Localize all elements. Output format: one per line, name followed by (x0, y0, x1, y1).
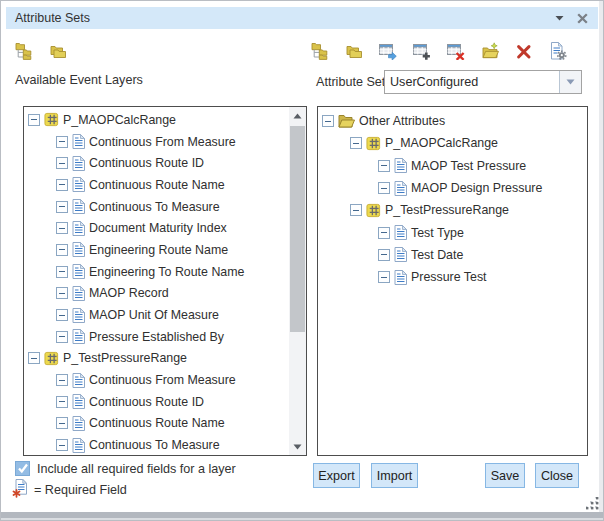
include-required-label: Include all required fields for a layer (37, 462, 236, 476)
tree-item[interactable]: MAOP Test Pressure (318, 155, 587, 177)
collapse-toggle-icon[interactable] (322, 115, 334, 127)
field-icon (72, 134, 85, 149)
tree-item[interactable]: Continuous From Measure (24, 131, 289, 153)
close-icon[interactable] (574, 10, 590, 26)
tree-item[interactable]: Continuous Route ID (24, 391, 289, 413)
collapse-all-icon[interactable] (345, 42, 363, 60)
field-icon (72, 199, 85, 214)
titlebar[interactable]: Attribute Sets (6, 7, 598, 29)
collapse-toggle-icon[interactable] (378, 271, 390, 283)
include-required-checkbox[interactable] (15, 461, 30, 476)
attribute-set-tree: Other AttributesP_MAOPCalcRangeMAOP Test… (318, 107, 587, 455)
scroll-up-icon[interactable] (289, 107, 306, 124)
tree-item-label: P_TestPressureRange (385, 203, 509, 217)
tree-item-label: MAOP Test Pressure (411, 159, 526, 173)
collapse-toggle-icon[interactable] (56, 439, 68, 451)
tree-item[interactable]: MAOP Unit Of Measure (24, 304, 289, 326)
dialog-title: Attribute Sets (15, 11, 551, 25)
field-icon (394, 225, 407, 240)
scroll-down-icon[interactable] (289, 438, 306, 455)
attribute-set-dropdown[interactable]: UserConfigured (384, 70, 582, 94)
tree-item[interactable]: Pressure Test (318, 266, 587, 288)
field-icon (394, 270, 407, 285)
tree-item[interactable]: Continuous Route Name (24, 174, 289, 196)
collapse-toggle-icon[interactable] (56, 266, 68, 278)
dropdown-arrow-icon[interactable] (559, 71, 581, 93)
tree-item-label: P_TestPressureRange (63, 351, 187, 365)
collapse-toggle-icon[interactable] (56, 287, 68, 299)
collapse-toggle-icon[interactable] (56, 374, 68, 386)
collapse-toggle-icon[interactable] (28, 114, 40, 126)
field-icon (72, 438, 85, 453)
tree-item[interactable]: Continuous To Measure (24, 196, 289, 218)
expand-all-icon[interactable] (311, 42, 329, 60)
collapse-toggle-icon[interactable] (378, 249, 390, 261)
tree-item[interactable]: MAOP Record (24, 283, 289, 305)
tree-item-label: Pressure Established By (89, 330, 224, 344)
tree-item[interactable]: Continuous Route Name (24, 413, 289, 435)
new-group-icon[interactable] (481, 42, 499, 60)
delete-attribute-set-icon[interactable] (447, 42, 465, 60)
tree-item-label: MAOP Record (89, 286, 169, 300)
import-button[interactable]: Import (371, 463, 418, 488)
tree-item-label: Engineering To Route Name (89, 265, 244, 279)
export-button[interactable]: Export (313, 463, 360, 488)
attribute-sets-dialog: Attribute Sets Available Event Layers At… (0, 0, 604, 521)
attribute-set-properties-icon[interactable] (549, 42, 567, 60)
collapse-toggle-icon[interactable] (56, 157, 68, 169)
close-button[interactable]: Close (535, 463, 579, 488)
tree-item[interactable]: P_MAOPCalcRange (24, 109, 289, 131)
save-button[interactable]: Save (485, 463, 525, 488)
collapse-toggle-icon[interactable] (378, 160, 390, 172)
collapse-toggle-icon[interactable] (378, 227, 390, 239)
expand-all-icon[interactable] (15, 42, 33, 60)
tree-item[interactable]: Other Attributes (318, 110, 587, 132)
collapse-toggle-icon[interactable] (56, 244, 68, 256)
tree-item[interactable]: P_TestPressureRange (318, 199, 587, 221)
field-icon (394, 247, 407, 262)
tree-item[interactable]: Pressure Established By (24, 326, 289, 348)
field-icon (72, 156, 85, 171)
tree-item[interactable]: Continuous From Measure (24, 369, 289, 391)
new-attribute-set-icon[interactable] (413, 42, 431, 60)
tree-item-label: Continuous To Measure (89, 200, 220, 214)
tree-item-label: MAOP Design Pressure (411, 181, 542, 195)
tree-item[interactable]: Continuous To Measure (24, 434, 289, 455)
tree-item-label: P_MAOPCalcRange (63, 113, 176, 127)
collapse-toggle-icon[interactable] (378, 182, 390, 194)
collapse-toggle-icon[interactable] (56, 331, 68, 343)
tree-item[interactable]: Engineering Route Name (24, 239, 289, 261)
collapse-toggle-icon[interactable] (56, 417, 68, 429)
field-icon (72, 308, 85, 323)
tree-item[interactable]: Test Date (318, 244, 587, 266)
collapse-toggle-icon[interactable] (28, 352, 40, 364)
add-to-attribute-set-icon[interactable] (379, 42, 397, 60)
tree-item-label: Pressure Test (411, 270, 487, 284)
folder-open-icon (338, 114, 355, 128)
vertical-scrollbar[interactable] (289, 107, 306, 455)
collapse-toggle-icon[interactable] (350, 204, 362, 216)
window-menu-caret-icon[interactable] (551, 10, 567, 26)
scrollbar-thumb[interactable] (290, 126, 305, 332)
right-toolbar (311, 42, 567, 60)
collapse-toggle-icon[interactable] (56, 136, 68, 148)
tree-item[interactable]: Test Type (318, 221, 587, 243)
collapse-toggle-icon[interactable] (56, 222, 68, 234)
tree-item-label: Continuous Route ID (89, 395, 204, 409)
collapse-toggle-icon[interactable] (56, 179, 68, 191)
tree-item[interactable]: Continuous Route ID (24, 152, 289, 174)
tree-item[interactable]: Document Maturity Index (24, 217, 289, 239)
collapse-all-icon[interactable] (49, 42, 67, 60)
remove-item-icon[interactable] (515, 42, 533, 60)
collapse-toggle-icon[interactable] (350, 137, 362, 149)
collapse-toggle-icon[interactable] (56, 309, 68, 321)
tree-item[interactable]: P_MAOPCalcRange (318, 132, 587, 154)
tree-item[interactable]: MAOP Design Pressure (318, 177, 587, 199)
resize-grip[interactable] (586, 497, 600, 511)
collapse-toggle-icon[interactable] (56, 201, 68, 213)
field-icon (72, 242, 85, 257)
tree-item[interactable]: Engineering To Route Name (24, 261, 289, 283)
tree-item[interactable]: P_TestPressureRange (24, 348, 289, 370)
collapse-toggle-icon[interactable] (56, 396, 68, 408)
attribute-set-value: UserConfigured (385, 71, 559, 93)
